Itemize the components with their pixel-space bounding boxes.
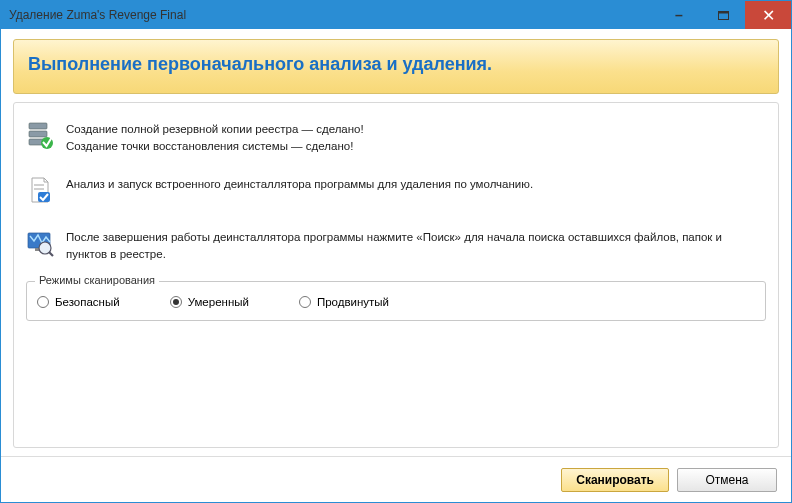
search-monitor-icon — [26, 229, 54, 264]
document-check-icon — [26, 176, 54, 209]
radio-advanced[interactable]: Продвинутый — [299, 296, 389, 308]
scan-button[interactable]: Сканировать — [561, 468, 669, 492]
backup-line-2: Создание точки восстановления системы — … — [66, 138, 766, 155]
minimize-button[interactable]: – — [657, 1, 701, 29]
radio-safe-label: Безопасный — [55, 296, 120, 308]
app-window: Удаление Zuma's Revenge Final – ✕ Выполн… — [0, 0, 792, 503]
radio-safe[interactable]: Безопасный — [37, 296, 120, 308]
svg-line-12 — [49, 252, 53, 256]
server-backup-icon — [26, 121, 54, 156]
svg-rect-7 — [34, 188, 44, 190]
window-title: Удаление Zuma's Revenge Final — [1, 8, 657, 22]
scan-modes-legend: Режимы сканирования — [35, 274, 159, 286]
radio-advanced-label: Продвинутый — [317, 296, 389, 308]
svg-rect-6 — [34, 184, 44, 186]
radio-dot-icon — [37, 296, 49, 308]
svg-rect-8 — [38, 192, 50, 202]
step-after-scan: После завершения работы деинсталлятора п… — [26, 223, 766, 278]
header-panel: Выполнение первоначального анализа и уда… — [13, 39, 779, 94]
titlebar: Удаление Zuma's Revenge Final – ✕ — [1, 1, 791, 29]
body-panel: Создание полной резервной копии реестра … — [13, 102, 779, 448]
step-uninstaller: Анализ и запуск встроенного деинсталлято… — [26, 170, 766, 223]
backup-line-1: Создание полной резервной копии реестра … — [66, 121, 766, 138]
cancel-button[interactable]: Отмена — [677, 468, 777, 492]
window-controls: – ✕ — [657, 1, 791, 29]
close-button[interactable]: ✕ — [745, 1, 791, 29]
radio-moderate[interactable]: Умеренный — [170, 296, 249, 308]
step-uninstaller-text: Анализ и запуск встроенного деинсталлято… — [66, 176, 766, 209]
page-heading: Выполнение первоначального анализа и уда… — [28, 54, 764, 75]
radio-moderate-label: Умеренный — [188, 296, 249, 308]
maximize-button[interactable] — [701, 1, 745, 29]
svg-rect-2 — [29, 123, 47, 129]
svg-rect-3 — [29, 131, 47, 137]
scan-modes-group: Режимы сканирования Безопасный Умеренный… — [26, 281, 766, 321]
footer-bar: Сканировать Отмена — [1, 456, 791, 502]
spacer — [26, 321, 766, 437]
content-area: Выполнение первоначального анализа и уда… — [1, 29, 791, 456]
step-backup-text: Создание полной резервной копии реестра … — [66, 121, 766, 156]
radio-dot-icon — [299, 296, 311, 308]
step-backup: Создание полной резервной копии реестра … — [26, 115, 766, 170]
radio-dot-icon — [170, 296, 182, 308]
step-after-text: После завершения работы деинсталлятора п… — [66, 229, 766, 264]
